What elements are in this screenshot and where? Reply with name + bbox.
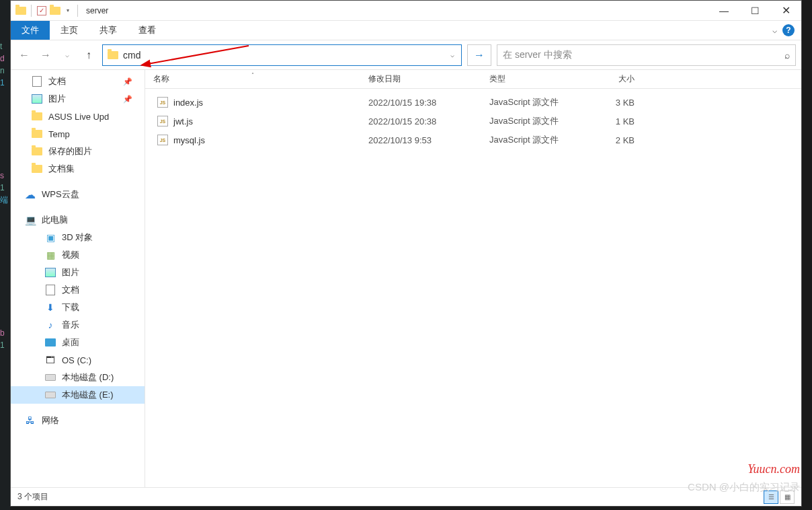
file-list[interactable]: JSindex.js 2022/10/15 19:38 JavaScript 源… — [145, 89, 801, 487]
nav-documents2[interactable]: 文档 — [11, 281, 145, 299]
file-row[interactable]: JSindex.js 2022/10/15 19:38 JavaScript 源… — [145, 93, 801, 112]
ribbon-expand-icon[interactable]: ⌵ — [772, 26, 777, 35]
drive-icon: 🗔 — [44, 354, 56, 366]
tab-home[interactable]: 主页 — [50, 21, 89, 40]
video-icon: ▦ — [44, 249, 56, 261]
nav-doc-set[interactable]: 文档集 — [11, 160, 145, 178]
cloud-icon: ☁ — [24, 188, 36, 201]
nav-network[interactable]: 🖧网络 — [11, 412, 145, 429]
column-headers[interactable]: ˄名称 修改日期 类型 大小 — [145, 70, 801, 89]
nav-videos[interactable]: ▦视频 — [11, 246, 145, 264]
music-icon: ♪ — [44, 319, 56, 331]
tab-share[interactable]: 共享 — [89, 21, 128, 40]
navigation-pane[interactable]: 文档📌 图片📌 ASUS Live Upd Temp 保存的图片 文档集 ☁WP… — [11, 70, 145, 487]
tab-view[interactable]: 查看 — [128, 21, 167, 40]
folder-icon — [107, 49, 119, 61]
search-placeholder: 在 server 中搜索 — [503, 49, 572, 61]
column-name[interactable]: ˄名称 — [145, 73, 360, 85]
nav-os-c[interactable]: 🗔OS (C:) — [11, 351, 145, 369]
help-icon[interactable]: ? — [782, 24, 795, 36]
column-type[interactable]: 类型 — [481, 73, 582, 85]
nav-disk-e[interactable]: 本地磁盘 (E:) — [11, 386, 145, 404]
js-file-icon: JS — [157, 116, 168, 126]
file-row[interactable]: JSjwt.js 2022/10/15 20:38 JavaScript 源文件… — [145, 112, 801, 131]
nav-downloads[interactable]: ⬇下载 — [11, 299, 145, 316]
qat-dropdown-icon[interactable]: ▾ — [67, 7, 69, 13]
3d-icon: ▣ — [44, 231, 56, 244]
nav-this-pc[interactable]: 💻此电脑 — [11, 211, 145, 229]
address-input[interactable] — [123, 50, 444, 61]
folder-icon — [49, 5, 61, 17]
go-button[interactable]: → — [467, 44, 491, 66]
separator — [77, 5, 78, 17]
titlebar: ✓ ▾ server — ☐ ✕ — [11, 1, 801, 21]
separator — [31, 5, 32, 17]
watermark-csdn: CSDN @小白的实习记录 — [688, 481, 800, 494]
up-button[interactable]: ↑ — [81, 47, 97, 63]
network-icon: 🖧 — [24, 414, 36, 427]
status-bar: 3 个项目 ☰ ▦ — [11, 487, 801, 506]
explorer-window: ✓ ▾ server — ☐ ✕ 文件 主页 共享 查看 ⌵ ? ← → ⌵ ↑… — [10, 0, 802, 507]
close-button[interactable]: ✕ — [770, 1, 801, 21]
navigation-bar: ← → ⌵ ↑ ⌵ → 在 server 中搜索 ⌕ — [11, 40, 801, 69]
pc-icon: 💻 — [24, 214, 36, 226]
window-title: server — [86, 6, 108, 15]
minimize-button[interactable]: — — [708, 1, 739, 21]
pin-icon: 📌 — [123, 77, 132, 86]
nav-wps[interactable]: ☁WPS云盘 — [11, 186, 145, 203]
recent-dropdown-icon[interactable]: ⌵ — [59, 47, 75, 63]
nav-documents[interactable]: 文档📌 — [11, 73, 145, 90]
download-icon: ⬇ — [44, 301, 56, 314]
address-dropdown-icon[interactable]: ⌵ — [448, 51, 457, 59]
js-file-icon: JS — [157, 135, 168, 145]
search-box[interactable]: 在 server 中搜索 ⌕ — [497, 44, 796, 66]
search-icon[interactable]: ⌕ — [784, 50, 790, 61]
sort-asc-icon: ˄ — [251, 72, 254, 78]
pin-icon: 📌 — [123, 95, 132, 104]
nav-pictures[interactable]: 图片📌 — [11, 90, 145, 108]
file-list-pane: ˄名称 修改日期 类型 大小 JSindex.js 2022/10/15 19:… — [145, 70, 801, 487]
nav-3d-objects[interactable]: ▣3D 对象 — [11, 229, 145, 246]
qat-checkbox-icon[interactable]: ✓ — [36, 5, 48, 17]
nav-temp[interactable]: Temp — [11, 125, 145, 143]
item-count: 3 个项目 — [17, 491, 48, 503]
nav-saved-pictures[interactable]: 保存的图片 — [11, 143, 145, 160]
nav-music[interactable]: ♪音乐 — [11, 316, 145, 334]
maximize-button[interactable]: ☐ — [739, 1, 770, 21]
nav-pictures2[interactable]: 图片 — [11, 264, 145, 281]
file-row[interactable]: JSmysql.js 2022/10/13 9:53 JavaScript 源文… — [145, 131, 801, 149]
column-size[interactable]: 大小 — [582, 73, 643, 85]
nav-disk-d[interactable]: 本地磁盘 (D:) — [11, 369, 145, 386]
background-code-strip: tdn1 s1端 b1 — [0, 0, 10, 510]
column-date[interactable]: 修改日期 — [360, 73, 481, 85]
watermark-yuucn: Yuucn.com — [747, 462, 800, 476]
js-file-icon: JS — [157, 97, 168, 108]
nav-desktop[interactable]: 桌面 — [11, 334, 145, 351]
tab-file[interactable]: 文件 — [11, 21, 50, 40]
back-button[interactable]: ← — [16, 47, 32, 63]
folder-icon — [15, 5, 27, 17]
forward-button: → — [38, 47, 54, 63]
nav-asus[interactable]: ASUS Live Upd — [11, 108, 145, 125]
address-bar[interactable]: ⌵ — [102, 44, 462, 66]
ribbon-tabs: 文件 主页 共享 查看 ⌵ ? — [11, 21, 801, 40]
